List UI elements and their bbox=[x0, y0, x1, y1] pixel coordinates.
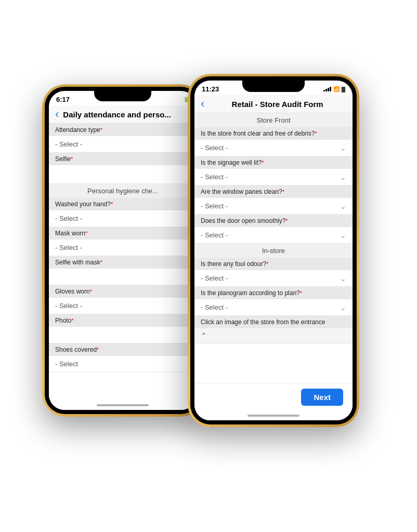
label-shoes-covered: Shoes covered* bbox=[49, 343, 197, 356]
section-in-store: In-store bbox=[194, 244, 353, 258]
label-window-clean: Are the window panes clean?* bbox=[194, 185, 353, 198]
label-store-clear: Is the store front clear and free of deb… bbox=[194, 127, 353, 140]
signal-bars bbox=[323, 86, 331, 91]
section-hygiene: Personal hygiene che... bbox=[49, 184, 197, 198]
chevron-planogram: ⌄ bbox=[340, 303, 346, 312]
form-content-front: Store Front Is the store front clear and… bbox=[194, 113, 353, 383]
select-mask-worn[interactable]: - Select - bbox=[49, 240, 197, 256]
status-icons-front: 📶 ▓ bbox=[323, 86, 345, 92]
time-front: 11:23 bbox=[202, 85, 219, 93]
label-store-image: Click an image of the store from the ent… bbox=[194, 316, 353, 328]
battery-icon-front: ▓ bbox=[342, 86, 345, 92]
selfie-upload-back[interactable] bbox=[49, 165, 197, 184]
time-back: 6:17 bbox=[56, 96, 70, 103]
chevron-window-clean: ⌄ bbox=[340, 202, 346, 210]
nav-title-front: Retail - Store Audit Form bbox=[208, 100, 346, 109]
selfie-mask-upload[interactable] bbox=[49, 269, 197, 285]
select-planogram[interactable]: - Select - ⌄ bbox=[194, 299, 353, 316]
label-selfie-back: Selfie* bbox=[49, 153, 197, 165]
select-attendance-type[interactable]: - Select - bbox=[49, 136, 197, 153]
label-mask-worn: Mask worn* bbox=[49, 227, 197, 240]
chevron-door-smooth: ⌄ bbox=[340, 231, 346, 240]
select-shoes-covered[interactable]: - Select bbox=[49, 356, 197, 373]
back-button-back[interactable]: ‹ bbox=[55, 109, 59, 120]
form-content-back: Attendance type* - Select - Selfie* Pers… bbox=[49, 124, 197, 401]
chevron-foul-odour: ⌄ bbox=[340, 274, 346, 283]
notch-back bbox=[94, 91, 151, 101]
nav-bar-back: ‹ Daily attendance and perso... bbox=[49, 105, 197, 124]
nav-bar-front: ‹ Retail - Store Audit Form bbox=[194, 95, 353, 113]
section-store-front: Store Front bbox=[194, 113, 353, 127]
upload-store-image[interactable]: ⌃ bbox=[194, 328, 353, 343]
camera-icon: ⌃ bbox=[201, 331, 207, 340]
chevron-store-clear: ⌄ bbox=[340, 144, 346, 152]
select-signage-lit[interactable]: - Select - ⌄ bbox=[194, 169, 353, 185]
bottom-bar-front: Next bbox=[194, 383, 353, 411]
scene: 6:17 ↑ 🔋 ‹ Daily attendance and perso... bbox=[32, 32, 385, 500]
select-foul-odour[interactable]: - Select - ⌄ bbox=[194, 270, 353, 287]
select-door-smooth[interactable]: - Select - ⌄ bbox=[194, 227, 353, 244]
label-foul-odour: Is there any foul odour?* bbox=[194, 258, 353, 270]
select-gloves-worn[interactable]: - Select - bbox=[49, 298, 197, 314]
select-washed-hand[interactable]: - Select - bbox=[49, 210, 197, 227]
notch-front bbox=[242, 81, 305, 92]
phone-front: 11:23 📶 ▓ bbox=[188, 74, 359, 427]
back-button-front[interactable]: ‹ bbox=[201, 98, 204, 110]
label-photo-back: Photo* bbox=[49, 314, 197, 327]
next-button[interactable]: Next bbox=[301, 389, 343, 406]
phone-back: 6:17 ↑ 🔋 ‹ Daily attendance and perso... bbox=[42, 84, 203, 417]
label-attendance-type: Attendance type* bbox=[49, 124, 197, 136]
wifi-icon: 📶 bbox=[333, 86, 340, 92]
select-store-clear[interactable]: - Select - ⌄ bbox=[194, 140, 353, 156]
label-washed-hand: Washed your hand?* bbox=[49, 198, 197, 210]
label-selfie-mask: Selfie with mask* bbox=[49, 256, 197, 269]
label-gloves-worn: Gloves worn* bbox=[49, 285, 197, 298]
label-planogram: Is the planogram according to plan?* bbox=[194, 287, 353, 299]
select-window-clean[interactable]: - Select - ⌄ bbox=[194, 198, 353, 215]
nav-title-back: Daily attendance and perso... bbox=[63, 110, 190, 119]
label-signage-lit: Is the signage well lit?* bbox=[194, 156, 353, 169]
photo-upload-back[interactable] bbox=[49, 327, 197, 343]
home-indicator-back bbox=[49, 401, 197, 410]
chevron-signage-lit: ⌄ bbox=[340, 173, 346, 181]
home-indicator-front bbox=[194, 411, 353, 420]
label-door-smooth: Does the door open smoothly?* bbox=[194, 215, 353, 227]
